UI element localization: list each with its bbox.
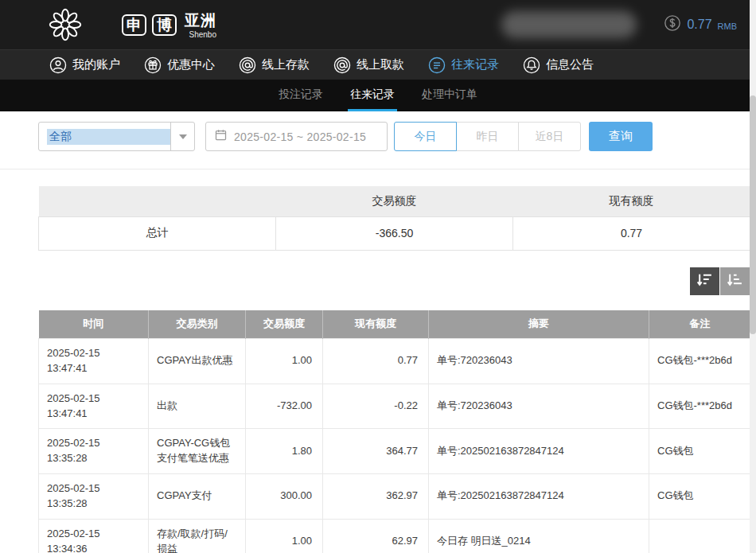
withdraw-coin-icon [333, 56, 351, 74]
sort-asc-icon [727, 271, 743, 290]
tab-transaction-records[interactable]: 往来记录 [348, 80, 397, 111]
cell-time: 2025-02-15 13:47:41 [39, 384, 149, 429]
cell-type: 出款 [149, 384, 246, 429]
gift-icon [144, 56, 162, 74]
account-balance[interactable]: 0.77 RMB [664, 0, 737, 49]
user-icon [49, 56, 67, 74]
records-column-header[interactable]: 备注 [649, 310, 750, 339]
cell-balance: 364.77 [323, 429, 429, 474]
date-range-input[interactable]: 2025-02-15 ~ 2025-02-15 [205, 122, 388, 151]
balance-currency: RMB [718, 21, 737, 31]
cell-summary: 单号:720236043 [429, 339, 649, 384]
summary-header-empty [39, 186, 276, 216]
quick-date-group: 今日 昨日 近8日 [394, 122, 581, 151]
cell-remark [649, 519, 750, 553]
cell-time: 2025-02-15 13:47:41 [39, 339, 149, 384]
cell-time: 2025-02-15 13:35:28 [39, 474, 149, 520]
cell-summary: 单号:720236043 [429, 384, 649, 429]
quick-btn-today[interactable]: 今日 [394, 122, 457, 151]
filter-bar: 全部 2025-02-15 ~ 2025-02-15 今日 昨日 近8日 查询 [38, 122, 750, 151]
table-row: 2025-02-15 13:35:28 CGPAY支付 300.00 362.9… [39, 474, 750, 520]
flower-logo-icon [48, 7, 83, 42]
tab-pending-orders[interactable]: 处理中订单 [419, 80, 480, 111]
logo-char-shen: 申 [122, 14, 146, 36]
cell-trade-amount: 1.00 [246, 339, 323, 384]
cell-summary: 今日存 明日送_0214 [429, 519, 649, 553]
cell-remark: CG钱包-***2b6d [649, 384, 750, 429]
summary-total-row: 总计 -366.50 0.77 [39, 216, 750, 250]
nav-label: 往来记录 [451, 57, 499, 72]
balance-amount: 0.77 [687, 18, 711, 32]
search-button[interactable]: 查询 [589, 122, 653, 151]
brand-logo[interactable]: 申 博 亚洲 Shenbo [11, 7, 216, 42]
cell-time: 2025-02-15 13:34:36 [39, 519, 149, 553]
nav-label: 线上存款 [262, 57, 310, 72]
records-column-header[interactable]: 时间 [39, 310, 149, 339]
calendar-icon [214, 128, 228, 145]
cell-balance: 0.77 [323, 339, 429, 384]
cell-type: 存款/取款/打码/损益 [149, 519, 246, 553]
table-row: 2025-02-15 13:47:41 CGPAY出款优惠 1.00 0.77 … [39, 339, 750, 384]
summary-table: 交易额度 现有额度 总计 -366.50 0.77 [38, 186, 750, 251]
sub-navigation: 投注记录 往来记录 处理中订单 [0, 80, 756, 111]
scrollbar-thumb[interactable] [750, 95, 756, 334]
cell-balance: 62.97 [323, 519, 429, 553]
records-header-row: 时间交易类别交易额度现有额度摘要备注 [39, 310, 750, 339]
cell-summary: 单号:202502163872847124 [429, 429, 649, 474]
sort-controls [38, 267, 750, 295]
table-row: 2025-02-15 13:35:28 CGPAY-CG钱包支付笔笔送优惠 1.… [39, 429, 750, 474]
user-info-redacted [501, 11, 637, 38]
summary-total-label: 总计 [39, 216, 276, 250]
category-select[interactable]: 全部 [38, 122, 195, 151]
cell-trade-amount: 1.80 [246, 429, 323, 474]
table-row: 2025-02-15 13:34:36 存款/取款/打码/损益 1.00 62.… [39, 519, 750, 553]
records-column-header[interactable]: 摘要 [429, 310, 649, 339]
nav-item-announcements[interactable]: 信息公告 [523, 56, 594, 74]
sort-asc-button[interactable] [720, 267, 750, 295]
cell-remark: CG钱包 [649, 429, 750, 474]
nav-label: 我的账户 [72, 57, 120, 72]
deposit-coin-icon [239, 56, 256, 74]
vertical-scrollbar[interactable] [750, 0, 756, 553]
logo-subtitle: Shenbo [189, 30, 216, 39]
summary-total-balance: 0.77 [513, 216, 750, 250]
nav-label: 优惠中心 [167, 57, 215, 72]
nav-item-transaction-records[interactable]: 往来记录 [428, 56, 499, 74]
table-row: 2025-02-15 13:47:41 出款 -732.00 -0.22 单号:… [39, 384, 750, 429]
category-selected-value: 全部 [47, 129, 170, 145]
tab-bet-records[interactable]: 投注记录 [276, 80, 325, 111]
top-header: 申 博 亚洲 Shenbo 0.77 RMB [0, 0, 756, 49]
sort-desc-button[interactable] [690, 267, 719, 295]
cell-type: CGPAY支付 [149, 474, 246, 520]
nav-item-deposit[interactable]: 线上存款 [239, 56, 310, 74]
summary-total-trade: -366.50 [276, 216, 513, 250]
main-navigation: 我的账户 优惠中心 线上存款 [0, 49, 756, 80]
records-column-header[interactable]: 交易类别 [149, 310, 246, 339]
nav-item-withdraw[interactable]: 线上取款 [333, 56, 404, 74]
cell-type: CGPAY-CG钱包支付笔笔送优惠 [149, 429, 246, 474]
summary-header-balance: 现有额度 [513, 186, 750, 216]
nav-item-my-account[interactable]: 我的账户 [49, 56, 120, 74]
nav-item-promotions[interactable]: 优惠中心 [144, 56, 215, 74]
logo-char-bo: 博 [152, 14, 177, 36]
cell-balance: 362.97 [323, 474, 429, 520]
records-column-header[interactable]: 交易额度 [246, 310, 323, 339]
cell-trade-amount: 300.00 [246, 474, 323, 520]
records-coin-icon [428, 56, 446, 74]
cell-remark: CG钱包-***2b6d [649, 339, 750, 384]
divider [0, 169, 756, 169]
chevron-down-icon [170, 123, 194, 150]
logo-region-text: 亚洲 [185, 10, 216, 31]
summary-header-row: 交易额度 现有额度 [39, 186, 750, 216]
quick-btn-yesterday[interactable]: 昨日 [456, 122, 519, 151]
content-area: 全部 2025-02-15 ~ 2025-02-15 今日 昨日 近8日 查询 [38, 122, 750, 553]
quick-btn-last-8-days[interactable]: 近8日 [518, 122, 581, 151]
nav-label: 信息公告 [546, 57, 594, 72]
records-column-header[interactable]: 现有额度 [323, 310, 429, 339]
sort-desc-icon [696, 271, 713, 290]
cell-trade-amount: -732.00 [246, 384, 323, 429]
cell-remark: CG钱包 [649, 474, 750, 520]
cell-summary: 单号:202502163872847124 [429, 474, 649, 520]
cell-trade-amount: 1.00 [246, 519, 323, 553]
dollar-circle-icon [664, 14, 681, 35]
